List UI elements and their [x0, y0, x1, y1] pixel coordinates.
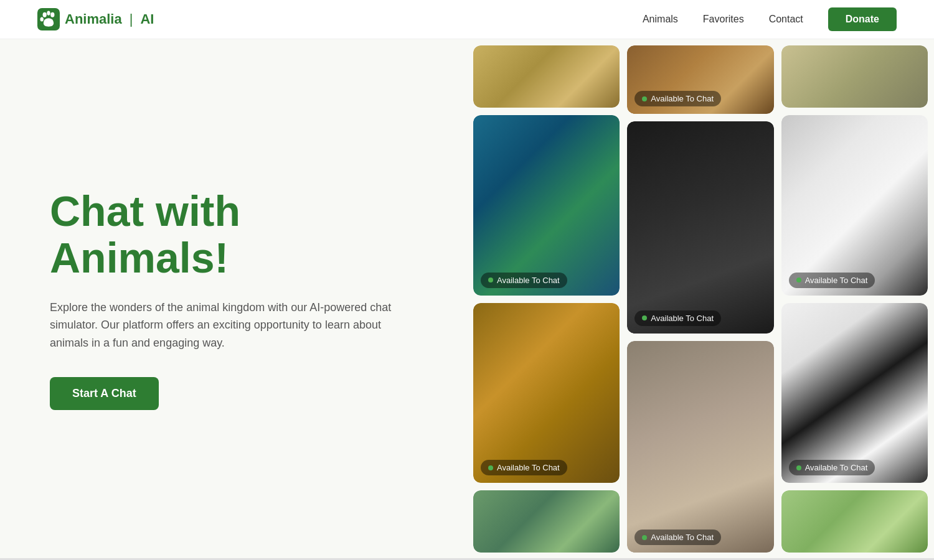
- available-label-owl: Available To Chat: [651, 533, 714, 542]
- animal-card-lion[interactable]: Available To Chat: [473, 303, 620, 483]
- available-label-lion: Available To Chat: [497, 463, 560, 472]
- status-dot-lion: [488, 465, 493, 470]
- available-label-eagle: Available To Chat: [805, 276, 868, 285]
- svg-point-3: [50, 12, 54, 17]
- animal-card-turtle[interactable]: Available To Chat: [473, 115, 620, 296]
- nav-animals[interactable]: Animals: [643, 14, 678, 25]
- grid-column-3: Available To Chat Available To Chat: [781, 45, 928, 553]
- svg-point-2: [47, 11, 50, 16]
- animal-card-top2[interactable]: Available To Chat: [627, 45, 773, 114]
- animal-image-turtle: [473, 115, 620, 296]
- available-badge-top2: Available To Chat: [634, 91, 721, 106]
- status-dot-panda: [796, 465, 801, 470]
- animal-image-green: [473, 490, 620, 553]
- navbar: Animalia | AI Animals Favorites Contact …: [0, 0, 934, 39]
- animal-image-lion: [473, 303, 620, 483]
- animal-card-sandy[interactable]: [473, 45, 620, 108]
- animal-card-owl[interactable]: Available To Chat: [627, 341, 773, 553]
- donate-button[interactable]: Donate: [828, 7, 897, 31]
- svg-point-4: [40, 17, 44, 21]
- available-label-bear: Available To Chat: [651, 314, 714, 323]
- animal-image-top3: [781, 45, 928, 108]
- start-chat-button[interactable]: Start A Chat: [50, 377, 159, 410]
- available-label-panda: Available To Chat: [805, 463, 868, 472]
- available-label-top2: Available To Chat: [651, 94, 714, 103]
- animal-image-bottom3: [781, 490, 928, 553]
- main-content: Chat with Animals! Explore the wonders o…: [0, 39, 934, 559]
- status-dot-bear: [642, 315, 647, 320]
- logo-ai: AI: [140, 11, 154, 27]
- animal-grid: Available To Chat Available To Chat A: [473, 39, 934, 559]
- status-dot-turtle: [488, 278, 493, 282]
- available-badge-bear: Available To Chat: [634, 310, 721, 326]
- svg-point-1: [43, 12, 47, 17]
- available-label-turtle: Available To Chat: [497, 276, 560, 285]
- available-badge-turtle: Available To Chat: [481, 273, 567, 288]
- animal-card-top3[interactable]: [781, 45, 928, 108]
- animal-card-bottom3[interactable]: [781, 490, 928, 553]
- available-badge-eagle: Available To Chat: [789, 273, 875, 288]
- status-dot-owl: [642, 535, 647, 540]
- available-badge-panda: Available To Chat: [789, 460, 875, 475]
- nav-links: Animals Favorites Contact Donate: [643, 7, 897, 31]
- animal-card-bear[interactable]: Available To Chat: [627, 121, 773, 334]
- animal-card-green[interactable]: [473, 490, 620, 553]
- available-badge-owl: Available To Chat: [634, 530, 721, 545]
- hero-section: Chat with Animals! Explore the wonders o…: [0, 39, 473, 559]
- grid-column-1: Available To Chat Available To Chat: [473, 45, 620, 553]
- hero-description: Explore the wonders of the animal kingdo…: [50, 299, 399, 352]
- animal-image-owl: [627, 341, 773, 553]
- nav-contact[interactable]: Contact: [769, 14, 803, 25]
- nav-favorites[interactable]: Favorites: [703, 14, 744, 25]
- status-dot-eagle: [796, 278, 801, 282]
- animal-image-sandy: [473, 45, 620, 108]
- logo-divider: |: [130, 11, 133, 27]
- animal-image-panda: [781, 303, 928, 483]
- animal-image-bear: [627, 121, 773, 334]
- logo[interactable]: Animalia | AI: [37, 8, 154, 30]
- logo-text: Animalia: [65, 11, 122, 27]
- animal-card-eagle[interactable]: Available To Chat: [781, 115, 928, 296]
- animal-card-panda[interactable]: Available To Chat: [781, 303, 928, 483]
- paw-icon: [37, 8, 60, 30]
- grid-column-2: Available To Chat Available To Chat Avai…: [627, 45, 773, 553]
- animal-image-eagle: [781, 115, 928, 296]
- available-badge-lion: Available To Chat: [481, 460, 567, 475]
- hero-title: Chat with Animals!: [50, 188, 423, 281]
- status-dot-top2: [642, 96, 647, 101]
